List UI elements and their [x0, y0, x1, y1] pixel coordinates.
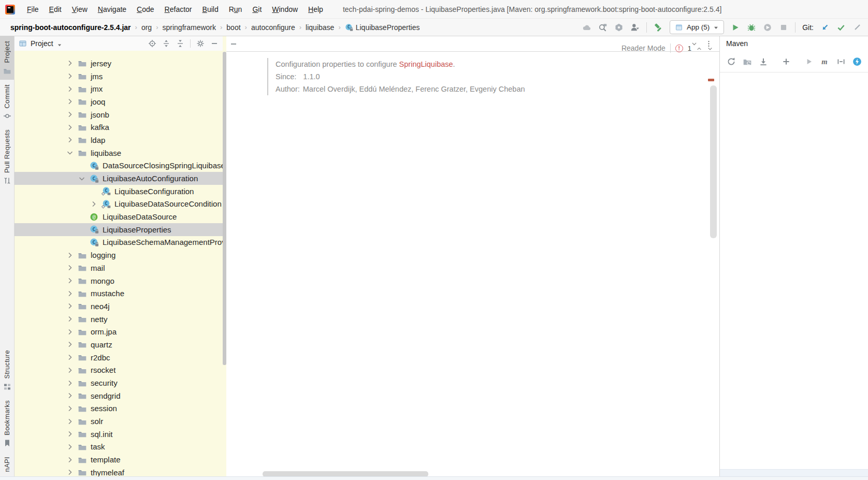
project-tree-item[interactable]: jms: [15, 70, 223, 83]
hide-panel-icon[interactable]: [210, 39, 219, 48]
project-tree-item[interactable]: CLiquibaseConfiguration: [15, 185, 223, 198]
maven-m-icon[interactable]: m: [820, 57, 830, 66]
breadcrumb-item[interactable]: autoconfigure: [251, 23, 295, 32]
stripe-item-pull-requests[interactable]: Pull Requests: [0, 125, 14, 190]
breadcrumb-item[interactable]: springframework: [163, 23, 216, 32]
chevron-right-icon[interactable]: [66, 468, 74, 476]
project-tree-item[interactable]: jmx: [15, 82, 223, 95]
project-tree-item[interactable]: r2dbc: [15, 351, 223, 364]
project-tree-item[interactable]: liquibase: [15, 147, 223, 159]
project-tree-item[interactable]: mustache: [15, 287, 223, 300]
chevron-right-icon[interactable]: [66, 379, 74, 387]
project-tree-item[interactable]: solr: [15, 415, 223, 428]
project-tree-item[interactable]: netty: [15, 313, 223, 326]
project-tree-item[interactable]: CLiquibaseProperties: [15, 223, 223, 236]
chevron-down-icon[interactable]: [57, 41, 62, 46]
chevron-right-icon[interactable]: [66, 340, 74, 348]
chevron-right-icon[interactable]: [66, 59, 74, 67]
project-tree-scrollbar[interactable]: [223, 36, 226, 476]
project-tree-item[interactable]: sql.init: [15, 428, 223, 441]
add-maven-project-icon[interactable]: [782, 57, 791, 66]
menu-build[interactable]: Build: [197, 3, 224, 16]
chevron-right-icon[interactable]: [66, 443, 74, 451]
skip-tests-icon[interactable]: [836, 57, 846, 66]
project-tree-item[interactable]: ldap: [15, 134, 223, 147]
run-with-coverage-icon[interactable]: [763, 23, 772, 32]
collapse-all-icon[interactable]: [176, 39, 184, 48]
project-tree-item[interactable]: thymeleaf: [15, 466, 223, 476]
chevron-down-icon[interactable]: [66, 149, 74, 157]
stripe-item-napi[interactable]: nAPI: [0, 452, 14, 476]
error-stripe-mark[interactable]: [708, 79, 714, 81]
menu-view[interactable]: View: [67, 3, 93, 16]
chevron-right-icon[interactable]: [66, 315, 74, 323]
user-account-icon[interactable]: [630, 23, 640, 32]
project-tree-item[interactable]: task: [15, 441, 223, 454]
stripe-item-project[interactable]: Project: [0, 36, 14, 80]
chevron-right-icon[interactable]: [66, 72, 74, 80]
generate-sources-folder-icon[interactable]: [743, 57, 752, 66]
chevron-right-icon[interactable]: [66, 391, 74, 400]
project-tree-item[interactable]: quartz: [15, 338, 223, 351]
project-tree-item[interactable]: CLiquibaseDataSourceCondition: [15, 198, 223, 211]
stripe-item-commit[interactable]: Commit: [0, 80, 14, 125]
download-sources-icon[interactable]: [759, 57, 768, 66]
chevron-right-icon[interactable]: [66, 264, 74, 272]
chevron-down-icon[interactable]: [707, 45, 713, 51]
chevron-right-icon[interactable]: [66, 456, 74, 464]
chevron-right-icon[interactable]: [66, 277, 74, 285]
breadcrumb-item[interactable]: org: [141, 23, 152, 32]
project-tree-item[interactable]: orm.jpa: [15, 325, 223, 338]
breadcrumb-item[interactable]: spring-boot-autoconfigure-2.5.4.jar: [10, 23, 131, 32]
breadcrumb-item[interactable]: boot: [226, 23, 240, 32]
menu-navigate[interactable]: Navigate: [93, 3, 132, 16]
project-tree-item[interactable]: jooq: [15, 95, 223, 108]
chevron-right-icon[interactable]: [66, 97, 74, 106]
chevron-right-icon[interactable]: [66, 136, 74, 144]
project-tree-item[interactable]: session: [15, 402, 223, 415]
offline-mode-icon[interactable]: [852, 57, 862, 66]
git-update-icon[interactable]: [820, 23, 830, 32]
git-rollback-icon[interactable]: [852, 23, 862, 32]
chevron-right-icon[interactable]: [66, 302, 74, 310]
project-tree-item[interactable]: jsonb: [15, 108, 223, 121]
breadcrumb-item[interactable]: CLiquibaseProperties: [345, 23, 420, 32]
project-tree-item[interactable]: mongo: [15, 274, 223, 287]
run-button[interactable]: [731, 23, 740, 32]
chevron-right-icon[interactable]: [66, 417, 74, 426]
build-hammer-icon[interactable]: [654, 23, 663, 32]
chevron-right-icon[interactable]: [66, 289, 74, 298]
expand-all-icon[interactable]: [162, 39, 170, 48]
project-tree-item[interactable]: CDataSourceClosingSpringLiquibase: [15, 159, 223, 172]
stripe-item-structure[interactable]: Structure: [0, 345, 14, 395]
stripe-item-bookmarks[interactable]: Bookmarks: [0, 396, 14, 452]
project-tree-item[interactable]: @LiquibaseDataSource: [15, 210, 223, 223]
menu-file[interactable]: File: [22, 3, 44, 16]
menu-code[interactable]: Code: [132, 3, 159, 16]
breadcrumb-item[interactable]: liquibase: [306, 23, 334, 32]
maven-horizontal-scrollbar[interactable]: [720, 469, 868, 476]
minimize-icon[interactable]: [229, 40, 238, 48]
chevron-right-icon[interactable]: [66, 123, 74, 132]
menu-window[interactable]: Window: [267, 3, 303, 16]
git-commit-check-icon[interactable]: [836, 23, 846, 32]
editor-vertical-scrollbar[interactable]: [710, 85, 717, 238]
debug-button[interactable]: [747, 23, 756, 32]
editor-horizontal-scrollbar[interactable]: [263, 471, 428, 476]
project-tree-item[interactable]: kafka: [15, 121, 223, 134]
menu-refactor[interactable]: Refactor: [160, 3, 197, 16]
inspection-widget[interactable]: Reader Mode ! 1: [621, 43, 713, 53]
project-panel-title[interactable]: Project: [31, 39, 53, 48]
cloud-icon[interactable]: [582, 23, 591, 32]
chevron-right-icon[interactable]: [66, 328, 74, 336]
project-tree-item[interactable]: sendgrid: [15, 389, 223, 402]
chevron-up-icon[interactable]: [696, 45, 702, 51]
plugin-hexagon-icon[interactable]: [614, 23, 624, 32]
project-tree-item[interactable]: CLiquibaseSchemaManagementProvid: [15, 236, 223, 249]
stop-button[interactable]: [779, 23, 788, 32]
scrollbar-thumb[interactable]: [223, 52, 226, 365]
project-tree-item[interactable]: neo4j: [15, 300, 223, 313]
chevron-right-icon[interactable]: [90, 200, 98, 208]
menu-help[interactable]: Help: [303, 3, 328, 16]
project-tree-item[interactable]: jersey: [15, 57, 223, 70]
